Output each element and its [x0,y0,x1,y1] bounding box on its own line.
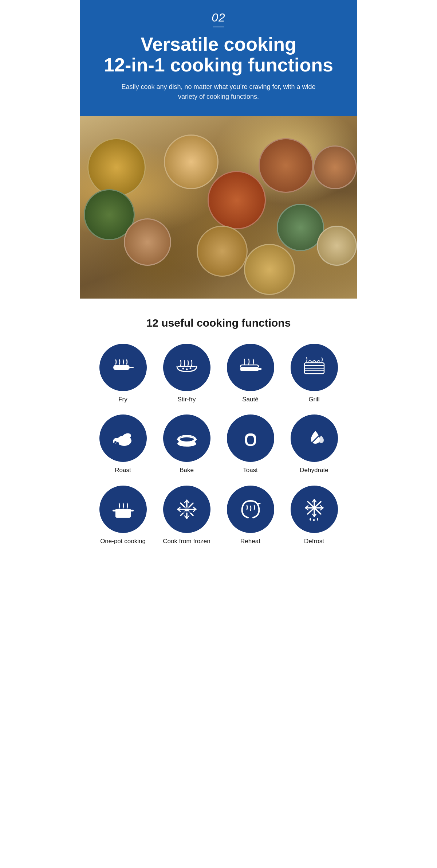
bake-icon [174,425,200,451]
bake-label: Bake [180,466,194,474]
food-image [80,116,357,299]
function-item-dehydrate: Dehydrate [286,414,342,474]
defrost-icon-circle [291,486,338,533]
svg-point-16 [114,441,117,443]
saute-icon [238,355,263,380]
food-plate-3 [124,218,171,266]
saute-icon-circle [227,344,274,391]
svg-rect-39 [181,511,193,513]
function-item-toast: Toast [222,414,279,474]
svg-rect-1 [129,367,134,368]
fry-icon-circle [99,344,147,391]
function-item-stirfry: Stir-fry [158,344,215,404]
stirfry-icon [174,355,200,380]
main-title: Versatile cooking 12-in-1 cooking functi… [102,34,335,75]
cookfrozen-icon [174,497,200,522]
svg-rect-24 [113,510,116,511]
function-item-onepot: One-pot cooking [95,486,151,545]
stirfry-label: Stir-fry [177,396,196,404]
toast-icon-circle [227,414,274,462]
reheat-icon [238,497,263,522]
functions-title: 12 useful cooking functions [95,317,342,329]
subtitle: Easily cook any dish, no matter what you… [117,82,320,102]
food-plate-5 [208,171,266,229]
svg-rect-5 [240,367,259,371]
step-divider [213,27,224,27]
roast-icon-circle [99,414,147,462]
food-plate-9 [244,244,295,295]
function-item-cookfrozen: Cook from frozen [158,486,215,545]
function-item-grill: Grill [286,344,342,404]
dehydrate-icon-circle [291,414,338,462]
step-number: 02 [102,11,335,24]
food-plate-10 [313,145,357,189]
function-item-roast: Roast [95,414,151,474]
food-plate-7 [259,138,313,193]
cookfrozen-label: Cook from frozen [163,537,210,545]
roast-label: Roast [115,466,131,474]
svg-rect-6 [258,368,261,370]
dehydrate-label: Dehydrate [300,466,328,474]
toast-label: Toast [243,466,258,474]
svg-rect-38 [181,507,193,509]
function-item-defrost: Defrost [286,486,342,545]
stirfry-icon-circle [163,344,210,391]
defrost-label: Defrost [304,537,324,545]
header-section: 02 Versatile cooking 12-in-1 cooking fun… [80,0,357,116]
svg-rect-21 [247,436,254,444]
function-item-reheat: Reheat [222,486,279,545]
svg-point-2 [182,368,184,370]
toast-icon [238,425,263,451]
grill-icon [302,355,327,380]
food-plate-11 [317,226,357,266]
bake-icon-circle [163,414,210,462]
roast-icon [110,425,136,451]
reheat-label: Reheat [240,537,260,545]
svg-point-15 [116,442,119,445]
defrost-icon [302,497,327,522]
function-item-fry: Fry [95,344,151,404]
svg-point-4 [189,367,191,369]
onepot-icon-circle [99,486,147,533]
reheat-icon-circle [227,486,274,533]
svg-point-3 [186,369,188,370]
saute-label: Sauté [242,396,258,404]
svg-rect-25 [130,510,134,511]
onepot-icon [110,497,136,522]
function-item-bake: Bake [158,414,215,474]
svg-rect-23 [115,509,131,511]
food-plate-1 [87,138,146,196]
food-image-bg [80,116,357,299]
svg-rect-0 [113,365,130,370]
dehydrate-icon [302,425,327,451]
food-plate-4 [164,135,219,189]
onepot-label: One-pot cooking [100,537,146,545]
fry-label: Fry [118,396,127,404]
grill-icon-circle [291,344,338,391]
grill-label: Grill [308,396,319,404]
cookfrozen-icon-circle [163,486,210,533]
functions-section: 12 useful cooking functions Fry [80,299,357,567]
fry-icon [110,355,136,380]
functions-grid: Fry Stir-fry [95,344,342,545]
function-item-saute: Sauté [222,344,279,404]
food-plate-6 [197,226,248,277]
